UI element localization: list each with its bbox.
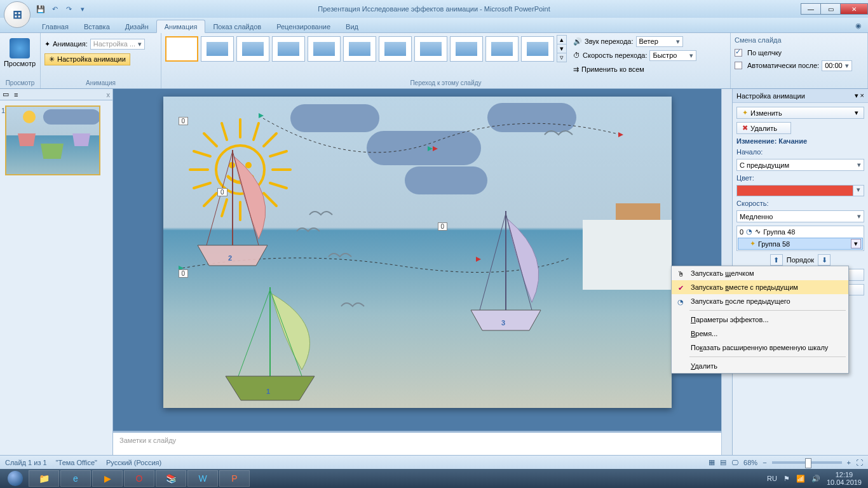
slides-tab-icon[interactable]: ▭ <box>3 90 9 98</box>
animate-combo[interactable]: Настройка ... <box>90 39 145 50</box>
taskbar-word[interactable]: W <box>187 470 218 487</box>
transition-item[interactable] <box>343 36 376 62</box>
taskbar-wmp[interactable]: ▶ <box>92 470 123 487</box>
pane-menu-icon[interactable]: ▾ <box>855 92 858 99</box>
taskbar-ie[interactable]: e <box>60 470 91 487</box>
auto-after-checkbox[interactable] <box>735 62 742 69</box>
star-icon: ✦ <box>750 240 756 248</box>
preview-button[interactable]: Просмотр <box>4 35 36 71</box>
on-click-checkbox[interactable] <box>735 49 742 57</box>
transition-none[interactable] <box>165 36 198 62</box>
clock-icon: ◔ <box>675 297 686 307</box>
tray-network-icon[interactable]: 📶 <box>796 475 805 483</box>
anim-sequence-tag[interactable]: 0 <box>438 222 448 231</box>
apply-to-all-button[interactable]: ⇉Применить ко всем <box>573 65 644 74</box>
anim-sequence-tag[interactable]: 0 <box>217 188 227 196</box>
qat-redo-icon[interactable]: ↷ <box>64 4 74 14</box>
view-slideshow-icon[interactable]: 🖵 <box>731 459 738 466</box>
maximize-button[interactable]: ▭ <box>820 3 841 15</box>
start-select[interactable]: С предыдущим <box>736 159 864 171</box>
transition-speed-combo[interactable]: Быстро <box>649 50 696 61</box>
ctx-start-after-previous[interactable]: ◔Запускать после предыдущего <box>672 294 848 308</box>
zoom-out-button[interactable]: − <box>763 459 766 466</box>
ctx-timing[interactable]: Время... <box>672 327 848 341</box>
slide-thumbnail-1[interactable] <box>5 105 100 175</box>
list-item[interactable]: 0 ◔ ∿ Группа 48 <box>737 226 864 237</box>
transition-gallery[interactable]: ▴ ▾ ▿ <box>165 35 567 62</box>
slide-canvas[interactable]: 1 2 3 <box>163 97 672 408</box>
change-effect-button[interactable]: ✦ Изменить ▾ <box>736 107 864 119</box>
tab-slideshow[interactable]: Показ слайдов <box>205 20 269 32</box>
tab-review[interactable]: Рецензирование <box>269 20 338 32</box>
tab-insert[interactable]: Вставка <box>76 20 118 32</box>
ctx-remove[interactable]: Удалить <box>672 359 848 373</box>
help-icon[interactable]: ◉ <box>849 19 868 32</box>
auto-after-time[interactable]: 00:00 <box>822 60 852 71</box>
ctx-effect-options[interactable]: Параметры эффектов... <box>672 313 848 327</box>
tray-language[interactable]: RU <box>767 475 777 482</box>
transition-item[interactable] <box>236 36 269 62</box>
gallery-more-icon[interactable]: ▿ <box>557 53 566 62</box>
fit-window-icon[interactable]: ⛶ <box>856 459 863 466</box>
list-item[interactable]: ✦ Группа 58 <box>738 238 863 250</box>
office-button[interactable]: ⊞ <box>4 1 31 28</box>
zoom-percent[interactable]: 68% <box>743 459 757 466</box>
ctx-start-on-click[interactable]: 🖱Запускать щелчком <box>672 266 848 280</box>
view-sorter-icon[interactable]: ▤ <box>720 458 726 466</box>
close-button[interactable]: ✕ <box>840 3 868 15</box>
notes-placeholder: Заметки к слайду <box>119 437 176 444</box>
move-down-button[interactable]: ⬇ <box>818 254 831 266</box>
transition-item[interactable] <box>485 36 519 62</box>
pane-close-icon[interactable]: × <box>860 92 864 99</box>
move-up-button[interactable]: ⬆ <box>770 254 783 266</box>
zoom-in-button[interactable]: + <box>847 459 851 466</box>
advance-slide-title: Смена слайда <box>735 35 864 46</box>
taskbar-powerpoint[interactable]: P <box>219 470 250 487</box>
transition-item[interactable] <box>379 36 412 62</box>
panel-close-icon[interactable]: x <box>107 91 111 98</box>
qat-undo-icon[interactable]: ↶ <box>50 4 60 14</box>
ctx-show-timeline[interactable]: Показать расширенную временную шкалу <box>672 341 848 355</box>
view-normal-icon[interactable]: ▦ <box>709 458 715 466</box>
gallery-down-icon[interactable]: ▾ <box>557 44 566 53</box>
tray-clock[interactable]: 12:1910.04.2019 <box>827 471 862 486</box>
custom-animation-button[interactable]: ✳ Настройка анимации <box>44 53 130 65</box>
anim-sequence-tag[interactable]: 0 <box>179 117 189 125</box>
transition-item[interactable] <box>521 36 554 62</box>
transition-item[interactable] <box>450 36 483 62</box>
transition-sound-combo[interactable]: Ветер <box>636 36 683 47</box>
status-language[interactable]: Русский (Россия) <box>106 459 161 466</box>
tab-design[interactable]: Дизайн <box>118 20 156 32</box>
tray-volume-icon[interactable]: 🔊 <box>811 475 820 483</box>
gallery-up-icon[interactable]: ▴ <box>557 36 566 44</box>
taskbar-winrar[interactable]: 📚 <box>156 470 186 487</box>
speed-select[interactable]: Медленно <box>736 210 864 222</box>
color-select[interactable] <box>736 185 864 196</box>
transition-item[interactable] <box>201 36 234 62</box>
transition-item[interactable] <box>308 36 341 62</box>
tab-home[interactable]: Главная <box>34 20 76 32</box>
tab-animation[interactable]: Анимация <box>156 20 206 33</box>
path-icon: ∿ <box>755 227 761 236</box>
qat-save-icon[interactable]: 💾 <box>36 4 46 14</box>
windows-logo-icon <box>8 471 23 486</box>
ctx-start-with-previous[interactable]: ✔Запускать вместе с предыдущим <box>672 280 848 294</box>
windows-taskbar: 📁 e ▶ O 📚 W P RU ⚑ 📶 🔊 12:1910.04.2019 <box>0 469 868 488</box>
remove-effect-button[interactable]: ✖ Удалить <box>736 122 791 134</box>
tray-action-center-icon[interactable]: ⚑ <box>783 475 790 483</box>
transition-item[interactable] <box>272 36 305 62</box>
start-button[interactable] <box>3 470 28 487</box>
minimize-button[interactable]: — <box>801 3 821 15</box>
tab-view[interactable]: Вид <box>338 20 366 32</box>
anim-item-name: Группа 48 <box>763 228 795 236</box>
taskbar-explorer[interactable]: 📁 <box>29 470 59 487</box>
group-label-preview: Просмотр <box>4 79 36 88</box>
outline-tab-icon[interactable]: ≡ <box>14 91 18 98</box>
animation-list[interactable]: 0 ◔ ∿ Группа 48 ✦ Группа 58 <box>736 226 864 251</box>
transition-item[interactable] <box>414 36 447 62</box>
taskbar-opera[interactable]: O <box>124 470 154 487</box>
zoom-slider[interactable] <box>772 461 842 464</box>
qat-more-icon[interactable]: ▾ <box>78 4 88 14</box>
anim-sequence-tag[interactable]: 0 <box>179 269 189 278</box>
anim-order-tag: 0 <box>740 228 743 236</box>
